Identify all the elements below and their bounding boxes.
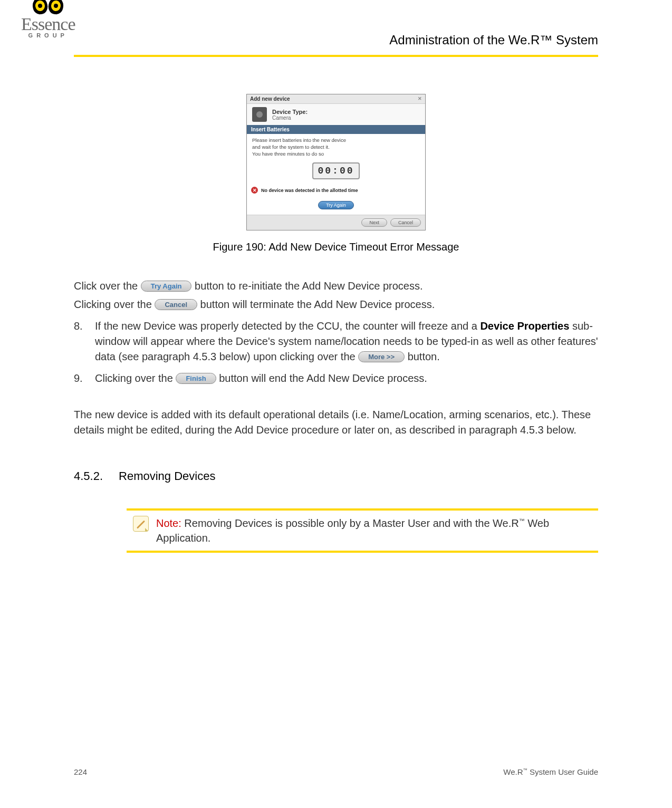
- step-header: Insert Batteries: [247, 125, 425, 134]
- dialog-titlebar: Add new device ✕: [247, 94, 425, 104]
- next-button[interactable]: Next: [361, 218, 387, 227]
- cancel-inline-button: Cancel: [155, 299, 197, 310]
- device-type-value: Camera: [272, 115, 308, 121]
- section-title: Removing Devices: [119, 469, 215, 483]
- try-again-row: Try Again: [247, 199, 425, 215]
- logo: Essence GROUP: [21, 0, 75, 39]
- list-number: 8.: [74, 319, 88, 364]
- list-number: 9.: [74, 371, 88, 386]
- dialog-add-new-device: Add new device ✕ Device Type: Camera Ins…: [246, 94, 426, 230]
- logo-text: Essence: [21, 14, 75, 34]
- tm-symbol: ™: [523, 768, 527, 773]
- section-heading: 4.5.2. Removing Devices: [74, 469, 598, 483]
- device-type-row: Device Type: Camera: [247, 104, 425, 125]
- bold-text: Device Properties: [480, 320, 569, 332]
- list-body: If the new Device was properly detected …: [95, 319, 598, 364]
- more-inline-button: More >>: [358, 351, 405, 362]
- list-item-8: 8. If the new Device was properly detect…: [74, 319, 598, 364]
- error-text: No device was detected in the allotted t…: [261, 188, 358, 193]
- cancel-button[interactable]: Cancel: [390, 218, 421, 227]
- finish-inline-button: Finish: [176, 373, 216, 384]
- dialog-footer: Next Cancel: [247, 215, 425, 230]
- paragraph: Click over the Try Again button to re-in…: [74, 278, 598, 294]
- instr-line: Please insert batteries into the new dev…: [252, 137, 420, 144]
- figure-caption: Figure 190: Add New Device Timeout Error…: [74, 241, 598, 253]
- dialog-title: Add new device: [250, 96, 290, 102]
- counter-row: 00:00: [247, 160, 425, 185]
- try-again-inline-button: Try Again: [141, 281, 192, 292]
- page-header: Essence GROUP Administration of the We.R…: [74, 0, 598, 57]
- owl-icon: [33, 0, 63, 14]
- paragraph: Clicking over the Cancel button will ter…: [74, 297, 598, 312]
- error-row: ✕ No device was detected in the allotted…: [247, 185, 425, 199]
- logo-subtext: GROUP: [28, 32, 68, 39]
- note-label: Note:: [156, 517, 181, 529]
- page-number: 224: [74, 767, 87, 776]
- footer-guide: We.R™ System User Guide: [503, 767, 598, 776]
- page-title: Administration of the We.R™ System: [389, 33, 598, 47]
- section-number: 4.5.2.: [74, 469, 103, 483]
- list-item-9: 9. Clicking over the Finish button will …: [74, 371, 598, 386]
- list-body: Clicking over the Finish button will end…: [95, 371, 598, 386]
- tm-symbol: ™: [519, 518, 525, 524]
- paragraph: The new device is added with its default…: [74, 407, 598, 438]
- instruction-text: Please insert batteries into the new dev…: [247, 134, 425, 160]
- camera-icon: [252, 107, 267, 122]
- note-text: Note: Removing Devices is possible only …: [156, 516, 592, 545]
- note-icon: [133, 516, 149, 532]
- close-icon[interactable]: ✕: [418, 96, 422, 102]
- note-box: Note: Removing Devices is possible only …: [127, 508, 598, 553]
- countdown-timer: 00:00: [312, 162, 359, 179]
- error-icon: ✕: [251, 187, 258, 194]
- page-footer: 224 We.R™ System User Guide: [74, 767, 598, 776]
- instr-line: You have three minutes to do so: [252, 151, 420, 158]
- device-type-label: Device Type:: [272, 109, 308, 115]
- try-again-button[interactable]: Try Again: [318, 201, 354, 209]
- instr-line: and wait for the system to detect it.: [252, 144, 420, 151]
